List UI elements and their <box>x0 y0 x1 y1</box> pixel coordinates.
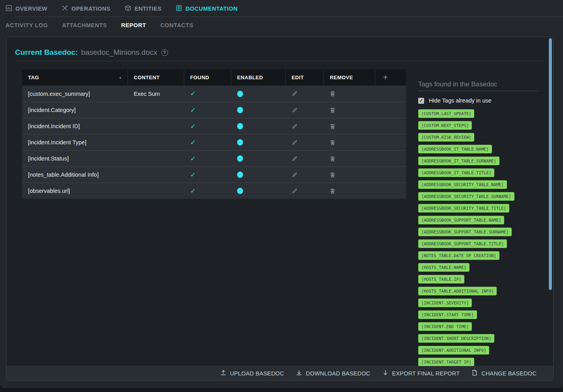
enabled-toggle[interactable] <box>237 172 243 178</box>
page-title: Current Basedoc: <box>15 48 78 57</box>
delete-trash-icon[interactable] <box>330 91 335 97</box>
tab-operations[interactable]: OPERATIONS <box>62 5 110 13</box>
delete-trash-icon[interactable] <box>330 107 335 113</box>
cell-tag: [incident.Category] <box>22 102 128 118</box>
column-header-remove[interactable]: REMOVE <box>324 69 375 86</box>
delete-trash-icon[interactable] <box>330 188 335 194</box>
delete-trash-icon[interactable] <box>330 172 335 178</box>
basedoc-tag-pill[interactable]: [INCIDENT.TARGET IP] <box>418 358 474 366</box>
export-final-report-button[interactable]: EXPORT FINAL REPORT <box>382 370 460 377</box>
table-row[interactable]: [incident.Incident Type] ✓ <box>22 134 406 150</box>
basedoc-tag-pill[interactable]: [INCIDENT.START TIME] <box>418 310 477 319</box>
table-row[interactable]: [custom.exec_summary] Exec Sum ✓ <box>22 86 406 102</box>
subtab-activity-log[interactable]: ACTIVITY LOG <box>6 22 48 28</box>
delete-trash-icon[interactable] <box>330 140 335 146</box>
sort-asc-icon[interactable]: ▲ <box>119 76 122 79</box>
basedoc-tag-pill[interactable]: [INCIDENT.END TIME] <box>418 322 472 331</box>
basedoc-tag-pill[interactable]: [INCIDENT.ADDITIONAL INFO] <box>418 346 489 355</box>
enabled-toggle[interactable] <box>237 107 243 113</box>
enabled-toggle[interactable] <box>237 91 243 97</box>
card-header: Current Basedoc: basedoc_Minions.docx ? <box>6 37 553 61</box>
enabled-toggle[interactable] <box>237 155 243 162</box>
basedoc-tag-pill[interactable]: [HOSTS_TABLE.NAME] <box>418 263 469 272</box>
change-basedoc-button[interactable]: CHANGE BASEDOC <box>471 370 537 377</box>
download-basedoc-button[interactable]: DOWNLOAD BASEDOC <box>296 370 370 377</box>
cell-remove <box>324 86 375 102</box>
delete-trash-icon[interactable] <box>330 123 335 129</box>
basedoc-tag-pill[interactable]: [INCIDENT.SEVERITY] <box>418 299 472 307</box>
edit-pencil-icon[interactable] <box>292 172 297 178</box>
cell-remove <box>324 102 375 118</box>
basedoc-tag-pill[interactable]: [CUSTOM.RISK_REVIEW] <box>418 133 474 142</box>
cell-content <box>128 151 184 166</box>
vertical-scrollbar[interactable] <box>549 38 552 290</box>
basedoc-tag-pill[interactable]: [ADDRESSBOOK_SECURITY_TABLE.TITLE] <box>418 204 509 213</box>
basedoc-tag-pill[interactable]: [HOSTS_TABLE.ADDITIONAL INFO] <box>418 287 497 295</box>
edit-pencil-icon[interactable] <box>292 140 297 146</box>
basedoc-tag-pill[interactable]: [HOSTS_TABLE.IP] <box>418 275 464 284</box>
main-panel: OVERVIEW OPERATIONS ENTITIES <box>0 0 563 388</box>
basedoc-tag-pill[interactable]: [ADDRESSBOOK_SECURITY_TABLE.NAME] <box>418 180 507 189</box>
table-row[interactable]: [incident.Category] ✓ <box>22 102 406 118</box>
basedoc-tag-pill[interactable]: [NOTES_TABLE.DATE OF CREATION] <box>418 251 499 260</box>
basedoc-tag-pill[interactable]: [ADDRESSBOOK_IT_TABLE.NAME] <box>418 145 492 153</box>
table-header: TAG ▲ CONTENT FOUND ENABLED EDIT REMOVE … <box>22 69 406 86</box>
subtab-attachments[interactable]: ATTACHMENTS <box>62 22 107 28</box>
edit-pencil-icon[interactable] <box>292 188 297 194</box>
subtab-report[interactable]: REPORT <box>121 22 146 28</box>
column-header-found[interactable]: FOUND <box>184 69 231 86</box>
column-header-edit[interactable]: EDIT <box>286 69 324 86</box>
cell-tag: [incident.Incident ID] <box>22 118 128 134</box>
basedoc-tag-pill[interactable]: [ADDRESSBOOK_SUPPORT_TABLE.NAME] <box>418 216 504 224</box>
add-tag-button[interactable]: + <box>375 69 406 86</box>
hide-tags-checkbox[interactable]: ✓ <box>418 98 424 104</box>
column-header-enabled[interactable]: ENABLED <box>231 69 286 86</box>
basedoc-tag-pill[interactable]: [ADDRESSBOOK_IT_TABLE.SURNAME] <box>418 157 499 165</box>
basedoc-tag-pill[interactable]: [INCIDENT.SHORT DESCRIPTION] <box>418 334 494 343</box>
edit-pencil-icon[interactable] <box>292 91 297 97</box>
cell-content <box>128 102 184 118</box>
table-row[interactable]: [incident.Status] ✓ <box>22 150 406 166</box>
tab-documentation[interactable]: DOCUMENTATION <box>176 5 238 13</box>
edit-pencil-icon[interactable] <box>292 156 297 162</box>
help-icon[interactable]: ? <box>161 49 168 56</box>
upload-basedoc-button[interactable]: UPLOAD BASEDOC <box>220 370 284 377</box>
table-row[interactable]: [notes_table.Additional Info] ✓ <box>22 166 406 183</box>
cell-found: ✓ <box>184 102 231 118</box>
cell-found: ✓ <box>184 151 231 166</box>
cell-edit <box>286 151 324 166</box>
cell-content <box>128 167 184 183</box>
cell-edit <box>286 86 324 102</box>
basedoc-tag-pill[interactable]: [ADDRESSBOOK_SECURITY_TABLE.SURNAME] <box>418 192 514 201</box>
table-body: [custom.exec_summary] Exec Sum ✓ <box>22 86 406 199</box>
edit-pencil-icon[interactable] <box>292 107 297 113</box>
column-header-content[interactable]: CONTENT <box>128 69 184 86</box>
basedoc-tag-pill[interactable]: [ADDRESSBOOK_IT_TABLE.TITLE] <box>418 168 494 177</box>
enabled-toggle[interactable] <box>237 123 243 129</box>
cell-edit <box>286 183 324 199</box>
basedoc-filename: basedoc_Minions.docx <box>81 48 157 57</box>
enabled-toggle[interactable] <box>237 188 243 194</box>
basedoc-tag-pill[interactable]: [ADDRESSBOOK_SUPPORT_TABLE.TITLE] <box>418 239 507 248</box>
basedoc-tag-pill[interactable]: [CUSTOM.NEXT_STEPS] <box>418 121 472 130</box>
edit-pencil-icon[interactable] <box>292 123 297 129</box>
found-check-icon: ✓ <box>190 138 196 147</box>
cell-remove <box>324 167 375 183</box>
enabled-toggle[interactable] <box>237 139 243 146</box>
column-header-tag[interactable]: TAG ▲ <box>22 69 128 86</box>
tag-table: TAG ▲ CONTENT FOUND ENABLED EDIT REMOVE … <box>22 69 406 199</box>
basedoc-tag-pill[interactable]: [CUSTOM.LAST_UPDATE] <box>418 109 474 118</box>
tab-entities[interactable]: ENTITIES <box>125 5 161 13</box>
cell-edit <box>286 134 324 150</box>
upload-icon <box>220 370 226 377</box>
cell-edit <box>286 167 324 183</box>
tab-documentation-label: DOCUMENTATION <box>185 6 238 12</box>
subtab-contacts[interactable]: CONTACTS <box>160 22 193 28</box>
delete-trash-icon[interactable] <box>330 156 335 162</box>
tab-overview[interactable]: OVERVIEW <box>6 5 47 13</box>
cell-remove <box>324 151 375 166</box>
hide-tags-label: Hide Tags already in use <box>429 97 492 104</box>
basedoc-tag-pill[interactable]: [ADDRESSBOOK_SUPPORT_TABLE.SURNAME] <box>418 228 512 236</box>
table-row[interactable]: [observables.url] ✓ <box>22 183 406 199</box>
table-row[interactable]: [incident.Incident ID] ✓ <box>22 118 406 134</box>
